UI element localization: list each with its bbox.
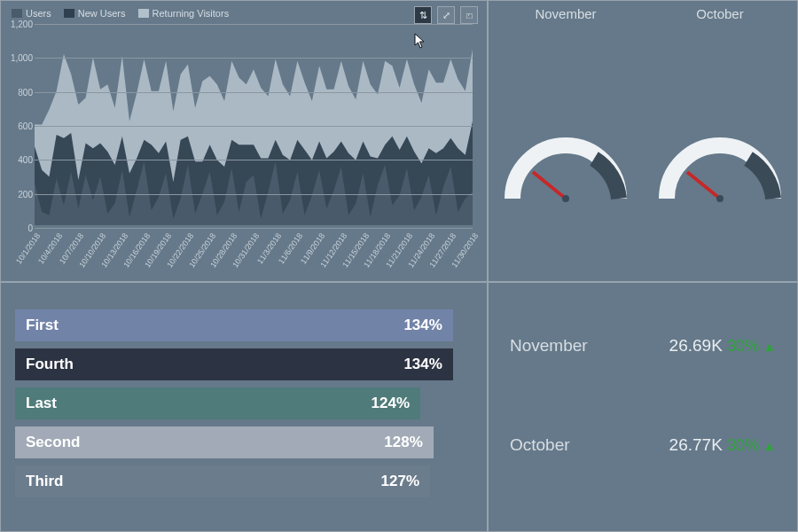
bar-value: 127% <box>381 473 419 490</box>
gauges-panel: November October <box>488 0 798 282</box>
chart-toolbar: ⇅ ⤢ ⏍ <box>414 6 478 24</box>
comment-icon[interactable]: ⏍ <box>460 6 478 24</box>
bar-label: Last <box>26 395 57 412</box>
bar-value: 128% <box>384 434 422 451</box>
legend-item-new-users[interactable]: New Users <box>64 8 126 19</box>
gauge-widget[interactable] <box>499 128 632 207</box>
bar-label: First <box>26 317 59 334</box>
bar-row[interactable]: Last124% <box>15 387 473 419</box>
kpi-value: 26.77K <box>669 435 723 454</box>
legend-item-users[interactable]: Users <box>12 8 51 19</box>
swatch-icon <box>64 9 74 18</box>
y-tick: 1,200 <box>10 20 33 29</box>
kpi-november: November 26.69K 30%▲ <box>510 336 776 356</box>
arrow-up-icon: ▲ <box>763 339 776 354</box>
legend-label: Users <box>26 8 51 19</box>
export-icon[interactable]: ⤢ <box>437 6 455 24</box>
swatch-icon <box>138 9 149 18</box>
y-tick: 400 <box>10 155 33 165</box>
area-series <box>35 24 473 225</box>
bar-value: 124% <box>372 395 410 412</box>
gauge-widget[interactable] <box>653 128 786 207</box>
gauge-november: November <box>499 6 632 207</box>
x-axis: 10/1/201810/4/201810/7/201810/10/201810/… <box>35 228 473 272</box>
sort-icon[interactable]: ⇅ <box>414 6 432 24</box>
kpi-label: October <box>510 435 570 455</box>
legend-label: Returning Visitors <box>153 8 230 19</box>
bar-row[interactable]: Third127% <box>15 466 473 497</box>
chart-legend: Users New Users Returning Visitors <box>12 8 476 19</box>
svg-line-2 <box>687 172 720 199</box>
y-tick: 200 <box>10 189 33 199</box>
y-tick: 800 <box>10 87 33 97</box>
kpi-delta: 30% <box>727 436 759 454</box>
svg-point-1 <box>562 195 569 202</box>
bar-value: 134% <box>403 356 442 373</box>
bar-label: Second <box>26 434 80 451</box>
legend-item-returning[interactable]: Returning Visitors <box>138 8 230 19</box>
bars-panel: First134%Fourth134%Last124%Second128%Thi… <box>0 282 488 532</box>
gauge-label: October <box>653 6 786 21</box>
legend-label: New Users <box>78 8 126 19</box>
svg-line-0 <box>533 172 566 199</box>
svg-point-3 <box>716 195 724 202</box>
chart-plot-area[interactable]: 02004006008001,0001,200 <box>35 24 473 228</box>
bar-row[interactable]: Fourth134% <box>15 348 473 380</box>
arrow-up-icon: ▲ <box>763 438 776 453</box>
bar-row[interactable]: Second128% <box>15 426 473 458</box>
bar-value: 134% <box>403 317 442 334</box>
gauge-october: October <box>653 6 786 207</box>
visitors-area-chart: Users New Users Returning Visitors ⇅ ⤢ ⏍… <box>0 0 488 282</box>
gauge-label: November <box>499 6 632 21</box>
kpi-value: 26.69K <box>669 336 723 355</box>
bar-label: Third <box>26 473 64 490</box>
kpi-label: November <box>510 336 588 356</box>
y-tick: 600 <box>10 121 33 131</box>
kpi-october: October 26.77K 30%▲ <box>510 435 776 455</box>
y-tick: 0 <box>10 223 33 233</box>
kpi-delta: 30% <box>727 337 759 355</box>
swatch-icon <box>12 9 22 18</box>
bar-label: Fourth <box>26 356 74 373</box>
y-tick: 1,000 <box>10 53 33 63</box>
kpi-panel: November 26.69K 30%▲ October 26.77K 30%▲ <box>488 282 798 532</box>
bar-row[interactable]: First134% <box>15 309 473 341</box>
